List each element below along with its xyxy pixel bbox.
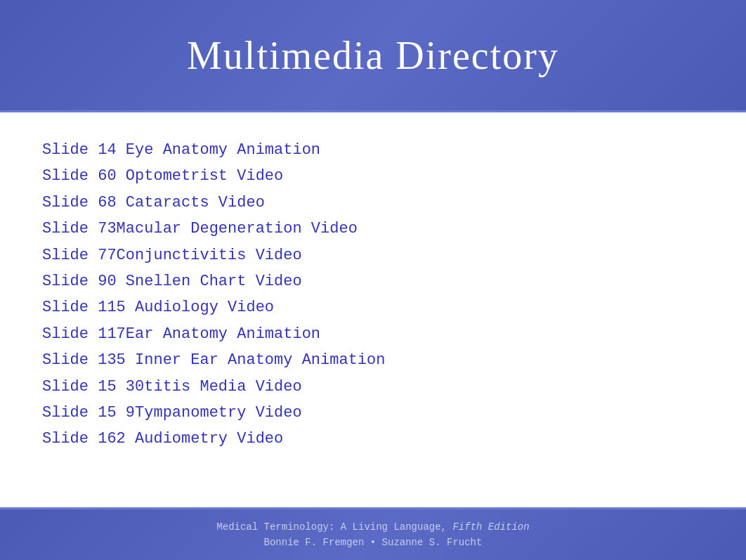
list-item[interactable]: Slide 90 Snellen Chart Video [42, 268, 704, 294]
footer: Medical Terminology: A Living Language, … [0, 507, 746, 560]
list-item[interactable]: Slide 73Macular Degeneration Video [42, 216, 704, 242]
list-item[interactable]: Slide 14 Eye Anatomy Animation [42, 137, 704, 163]
list-item[interactable]: Slide 117Ear Anatomy Animation [42, 321, 704, 347]
footer-line2: Bonnie F. Fremgen • Suzanne S. Frucht [264, 537, 483, 548]
footer-line1: Medical Terminology: A Living Language, … [216, 521, 529, 533]
list-item[interactable]: Slide 15 30titis Media Video [42, 374, 704, 400]
page-title: Multimedia Directory [187, 33, 559, 78]
list-item[interactable]: Slide 162 Audiometry Video [42, 426, 704, 452]
content-area: Slide 14 Eye Anatomy AnimationSlide 60 O… [0, 112, 746, 474]
list-item[interactable]: Slide 68 Cataracts Video [42, 190, 704, 216]
list-item[interactable]: Slide 115 Audiology Video [42, 294, 704, 320]
list-item[interactable]: Slide 15 9Tympanometry Video [42, 400, 704, 426]
list-item[interactable]: Slide 60 Optometrist Video [42, 163, 704, 189]
footer-text: Medical Terminology: A Living Language, … [216, 519, 529, 551]
header: Multimedia Directory [0, 0, 746, 112]
list-item[interactable]: Slide 135 Inner Ear Anatomy Animation [42, 347, 704, 373]
list-item[interactable]: Slide 77Conjunctivitis Video [42, 242, 704, 268]
slide-list: Slide 14 Eye Anatomy AnimationSlide 60 O… [42, 137, 704, 452]
